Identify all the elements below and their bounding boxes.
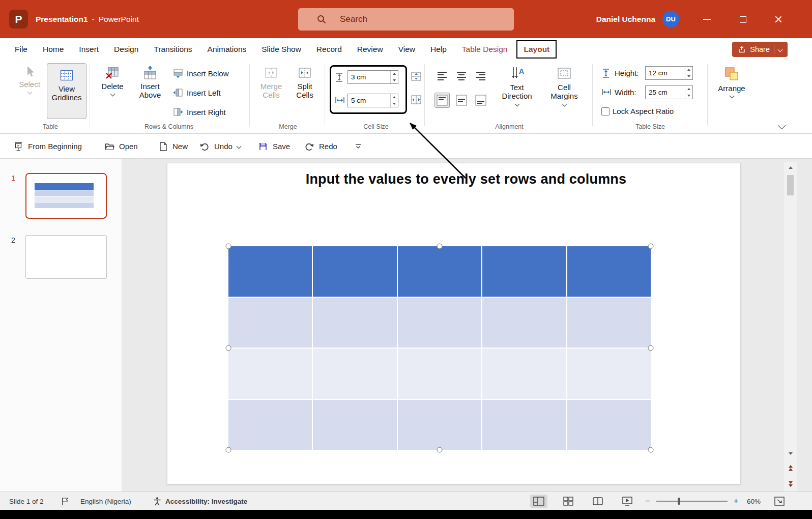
table-cell[interactable] [398,349,481,399]
align-center-button[interactable] [454,68,469,83]
table-height-increase-button[interactable] [685,67,692,73]
table-cell[interactable] [228,400,312,450]
tab-design[interactable]: Design [106,38,146,60]
tab-slide-show[interactable]: Slide Show [254,38,309,60]
slide-2-thumbnail[interactable] [25,235,107,279]
table-cell[interactable] [313,298,396,348]
tab-home[interactable]: Home [35,38,71,60]
table-width-decrease-button[interactable] [685,93,692,99]
user-avatar[interactable]: DU [662,11,679,27]
redo-button[interactable]: Redo [304,134,337,159]
search-box[interactable]: Search [298,8,514,31]
user-name[interactable]: Daniel Uchenna [596,0,655,38]
cell-width-decrease-button[interactable] [391,101,398,107]
scrollbar-thumb[interactable] [787,175,794,195]
next-slide-button[interactable] [784,478,797,489]
table-handle-middle-left[interactable] [226,345,231,351]
lock-aspect-ratio-checkbox[interactable] [601,107,610,116]
table-cell[interactable] [398,400,481,450]
collapse-ribbon-chevron-icon[interactable] [778,122,786,130]
table-header-cell[interactable] [313,246,396,297]
maximize-button[interactable] [731,8,755,31]
slide[interactable]: Input the values to evenly set rows and … [167,163,741,484]
table-cell[interactable] [228,298,312,348]
align-right-button[interactable] [473,68,488,83]
table-header-cell[interactable] [567,246,651,297]
slide-indicator[interactable]: Slide 1 of 2 [9,492,44,510]
share-chevron-icon[interactable] [778,47,783,52]
distribute-columns-button[interactable] [410,94,422,108]
table-cell[interactable] [482,400,566,450]
slideshow-view-button[interactable] [619,495,636,508]
table-cell[interactable] [567,349,651,399]
tab-help[interactable]: Help [423,38,454,60]
align-left-button[interactable] [434,68,450,83]
cell-height-input[interactable]: 3 cm [347,70,398,84]
zoom-slider[interactable] [656,501,728,502]
cell-width-input[interactable]: 5 cm [347,94,398,107]
tab-insert[interactable]: Insert [71,38,106,60]
insert-below-button[interactable]: Insert Below [173,66,229,80]
fit-slide-button[interactable] [774,492,785,510]
undo-button[interactable]: Undo [199,134,241,159]
close-button[interactable] [767,8,790,31]
powerpoint-logo-icon[interactable]: P [9,10,28,28]
cell-width-increase-button[interactable] [391,94,398,101]
insert-left-button[interactable]: Insert Left [173,85,221,100]
from-beginning-button[interactable]: From Beginning [13,134,82,159]
insert-right-button[interactable]: Insert Right [173,105,226,119]
scroll-down-button[interactable] [784,448,797,459]
table-width-input[interactable]: 25 cm [645,85,693,99]
cell-margins-chevron-icon[interactable] [562,101,567,106]
slide-sorter-view-button[interactable] [560,495,577,508]
zoom-out-button[interactable]: − [645,492,650,510]
table-header-cell[interactable] [228,246,312,297]
text-direction-chevron-icon[interactable] [514,101,519,106]
distribute-rows-button[interactable] [410,70,422,84]
tab-record[interactable]: Record [309,38,350,60]
table-width-increase-button[interactable] [685,86,692,93]
tab-table-design[interactable]: Table Design [454,38,515,60]
table-header-cell[interactable] [482,246,566,297]
reading-view-button[interactable] [589,495,606,508]
zoom-in-button[interactable]: + [734,492,738,510]
tab-layout[interactable]: Layout [516,40,557,59]
align-center-vertically-button[interactable] [454,93,469,108]
new-button[interactable]: New [159,134,188,159]
table-cell[interactable] [398,298,481,348]
table-cell[interactable] [482,349,566,399]
vertical-scrollbar[interactable] [784,162,797,492]
open-button[interactable]: Open [104,134,138,159]
table-cell[interactable] [567,400,651,450]
table-cell[interactable] [313,349,396,399]
slide-1-thumbnail[interactable] [25,173,107,219]
minimize-button[interactable] [695,8,718,31]
tab-transitions[interactable]: Transitions [146,38,199,60]
lock-aspect-ratio-control[interactable]: Lock Aspect Ratio [601,107,674,116]
customize-toolbar-button[interactable] [355,134,362,159]
table-cell[interactable] [313,400,396,450]
table-handle-bottom-right[interactable] [648,447,654,453]
arrange-button[interactable]: Arrange [711,65,752,98]
table-handle-top-middle[interactable] [437,244,443,249]
language-button[interactable]: English (Nigeria) [80,492,131,510]
zoom-slider-thumb[interactable] [678,498,680,505]
tab-view[interactable]: View [391,38,423,60]
arrange-chevron-icon[interactable] [729,94,734,99]
table-header-cell[interactable] [398,246,481,297]
table-handle-top-left[interactable] [226,244,231,249]
delete-chevron-icon[interactable] [110,92,115,97]
table-height-decrease-button[interactable] [685,73,692,80]
cell-margins-button[interactable]: Cell Margins [542,65,586,106]
table-cell[interactable] [567,298,651,348]
split-cells-button[interactable]: Split Cells [290,65,320,100]
slide-table[interactable] [228,246,651,450]
undo-chevron-icon[interactable] [236,144,241,149]
table-handle-bottom-middle[interactable] [437,447,443,453]
share-button[interactable]: Share [732,42,788,57]
cell-height-decrease-button[interactable] [391,77,398,84]
tab-review[interactable]: Review [350,38,391,60]
normal-view-button[interactable] [530,495,547,508]
accessibility-button[interactable]: Accessibility: Investigate [153,492,247,510]
previous-slide-button[interactable] [784,462,797,473]
